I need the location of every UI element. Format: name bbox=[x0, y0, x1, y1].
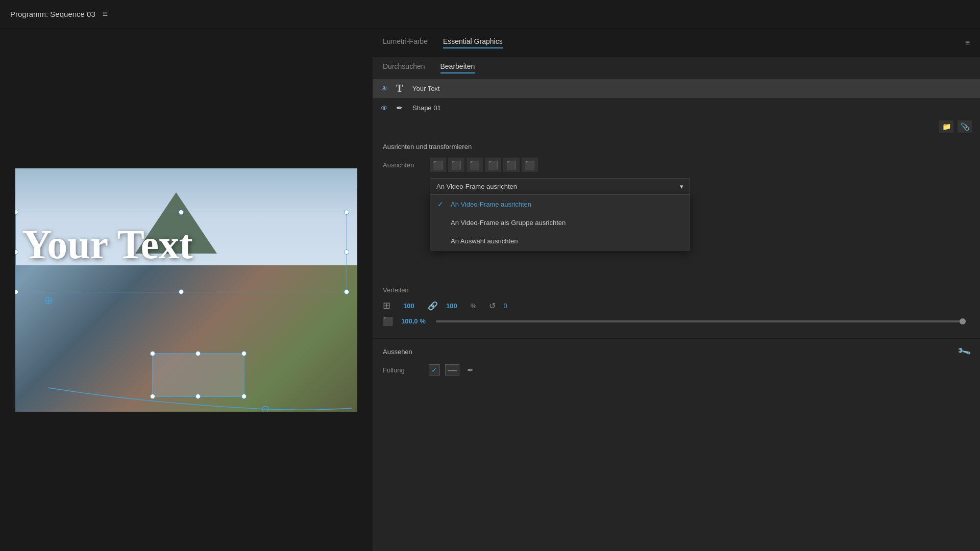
dropdown-chevron: ▾ bbox=[680, 183, 683, 190]
panel-buttons-row: 📁 📎 bbox=[373, 117, 980, 136]
opacity-icon: ⬛ bbox=[383, 316, 395, 326]
sub-tabs: Durchsuchen Bearbeiten bbox=[373, 57, 980, 79]
fuellung-label: Füllung bbox=[383, 366, 424, 374]
clip-button[interactable]: 📎 bbox=[958, 120, 972, 133]
text-overlay: Your Text bbox=[22, 221, 350, 268]
new-folder-button[interactable]: 📁 bbox=[939, 120, 953, 133]
dropdown-item-1[interactable]: An Video-Frame als Gruppe ausrichten bbox=[430, 213, 690, 232]
align-top-button[interactable]: ⬛ bbox=[485, 158, 501, 172]
sequence-title: Programm: Sequence 03 bbox=[10, 10, 95, 18]
transform-pct-label: % bbox=[471, 302, 477, 310]
dropdown-item-label-1: An Video-Frame als Gruppe ausrichten bbox=[451, 219, 566, 227]
rotate-value[interactable]: 0 bbox=[504, 302, 507, 310]
layer-item-text[interactable]: 👁 T Your Text bbox=[373, 79, 980, 98]
layer-item-shape[interactable]: 👁 ✒ Shape 01 bbox=[373, 98, 980, 117]
dropdown-current-label: An Video-Frame ausrichten bbox=[436, 183, 517, 190]
transform-link-icon[interactable]: 🔗 bbox=[428, 301, 438, 311]
aussehen-section: Aussehen 🔧 Füllung ✓ — ✒ bbox=[373, 338, 980, 387]
dropdown-item-label-0: An Video-Frame ausrichten bbox=[451, 201, 531, 208]
align-row: Ausrichten ⬛ ⬛ ⬛ ⬛ ⬛ ⬛ bbox=[383, 158, 970, 172]
transform-width-value[interactable]: 100 bbox=[403, 302, 420, 310]
sub-tab-durchsuchen[interactable]: Durchsuchen bbox=[383, 62, 425, 73]
rotate-icon: ↺ bbox=[489, 301, 496, 311]
layer-eye-shape[interactable]: 👁 bbox=[381, 104, 390, 111]
preview-area: Your Text ⊕ bbox=[0, 29, 373, 551]
align-left-button[interactable]: ⬛ bbox=[430, 158, 446, 172]
opacity-slider[interactable] bbox=[436, 320, 966, 322]
section-title-ausrichten: Ausrichten und transformieren bbox=[383, 143, 970, 151]
fuellung-row: Füllung ✓ — ✒ bbox=[383, 364, 970, 375]
crosshair-icon[interactable]: ⊕ bbox=[44, 294, 55, 305]
transform-width-field: 100 bbox=[403, 302, 420, 310]
transform-height-value[interactable]: 100 bbox=[446, 302, 462, 310]
eyedropper-icon[interactable]: ✒ bbox=[464, 364, 476, 375]
text-layer-icon: T bbox=[396, 83, 406, 94]
shape-layer-icon: ✒ bbox=[396, 103, 406, 113]
ausrichten-section: Ausrichten und transformieren Ausrichten… bbox=[373, 136, 980, 338]
panel-header: Lumetri-Farbe Essential Graphics ≡ bbox=[373, 29, 980, 57]
tab-essential-graphics[interactable]: Essential Graphics bbox=[443, 37, 503, 48]
layer-eye-text[interactable]: 👁 bbox=[381, 85, 390, 92]
align-bottom-button[interactable]: ⬛ bbox=[522, 158, 538, 172]
dropdown-item-0[interactable]: ✓ An Video-Frame ausrichten bbox=[430, 195, 690, 213]
layer-name-text: Your Text bbox=[412, 85, 440, 92]
preview-image bbox=[15, 168, 357, 412]
transform-size-icon: ⊞ bbox=[383, 300, 395, 311]
dropdown-item-label-2: An Auswahl ausrichten bbox=[451, 237, 518, 245]
align-center-h-button[interactable]: ⬛ bbox=[503, 158, 520, 172]
transform-height-field: 100 bbox=[446, 302, 462, 310]
layer-list: 👁 T Your Text 👁 ✒ Shape 01 bbox=[373, 79, 980, 117]
verteilen-label: Verteilen bbox=[383, 286, 424, 294]
align-label: Ausrichten bbox=[383, 161, 424, 169]
opacity-row: ⬛ 100,0 % bbox=[383, 316, 970, 326]
tab-lumetri[interactable]: Lumetri-Farbe bbox=[383, 37, 428, 48]
verteilen-row: Verteilen bbox=[383, 286, 970, 294]
fuellung-dash[interactable]: — bbox=[445, 364, 459, 375]
aussehen-title: Aussehen bbox=[383, 348, 412, 356]
dropdown-menu: ✓ An Video-Frame ausrichten An Video-Fra… bbox=[430, 194, 690, 251]
check-icon-0: ✓ bbox=[437, 200, 446, 208]
main-content: Your Text ⊕ bbox=[0, 29, 980, 551]
transform-row: ⊞ 100 🔗 100 % ↺ 0 bbox=[383, 300, 970, 311]
header-menu-icon[interactable]: ≡ bbox=[103, 9, 108, 19]
right-panel: Lumetri-Farbe Essential Graphics ≡ Durch… bbox=[373, 29, 980, 551]
opacity-slider-handle[interactable] bbox=[960, 318, 966, 324]
layer-name-shape: Shape 01 bbox=[412, 104, 441, 112]
aussehen-header: Aussehen 🔧 bbox=[383, 346, 970, 357]
opacity-slider-fill bbox=[436, 320, 966, 322]
align-buttons: ⬛ ⬛ ⬛ ⬛ ⬛ ⬛ bbox=[430, 158, 538, 172]
opacity-value[interactable]: 100,0 % bbox=[401, 317, 426, 325]
align-dropdown-container: An Video-Frame ausrichten ▾ ✓ An Video-F… bbox=[430, 178, 970, 194]
align-dropdown[interactable]: An Video-Frame ausrichten ▾ bbox=[430, 178, 690, 194]
panel-menu-icon[interactable]: ≡ bbox=[965, 38, 970, 47]
fuellung-checkbox[interactable]: ✓ bbox=[429, 364, 440, 375]
top-bar: Programm: Sequence 03 ≡ bbox=[0, 0, 980, 29]
align-center-v-button[interactable]: ⬛ bbox=[448, 158, 464, 172]
sub-tab-bearbeiten[interactable]: Bearbeiten bbox=[440, 62, 475, 73]
align-right-button[interactable]: ⬛ bbox=[467, 158, 483, 172]
wrench-icon[interactable]: 🔧 bbox=[957, 344, 972, 359]
preview-canvas[interactable]: Your Text ⊕ bbox=[15, 168, 357, 412]
dropdown-item-2[interactable]: An Auswahl ausrichten bbox=[430, 232, 690, 250]
